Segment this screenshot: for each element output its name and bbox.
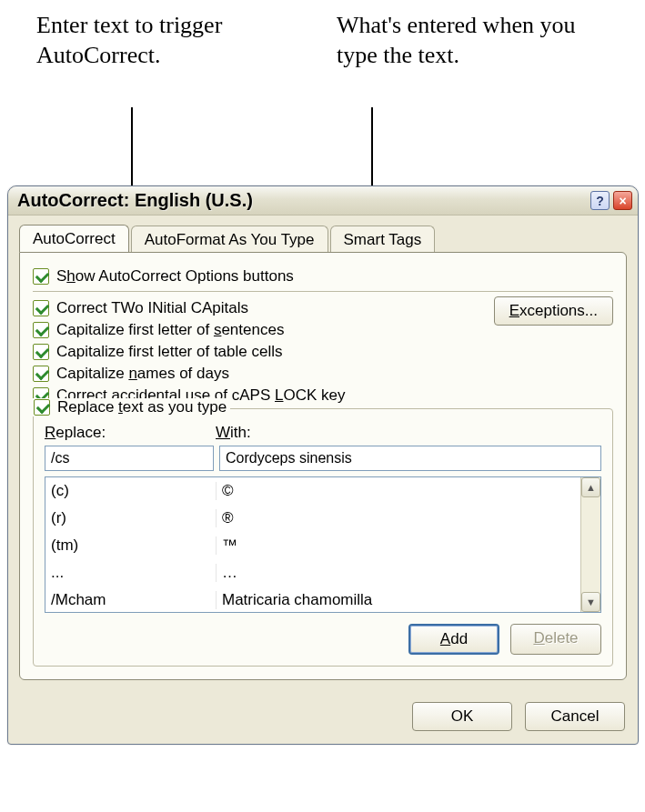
check-label: Correct TWo INitial CApitals [56, 299, 248, 317]
dialog-body: AutoCorrect AutoFormat As You Type Smart… [8, 216, 638, 691]
dialog-title: AutoCorrect: English (U.S.) [17, 190, 587, 211]
check-table-cells[interactable]: Capitalize first letter of table cells [33, 343, 613, 361]
with-label: With: [216, 424, 601, 442]
list-item[interactable]: ...… [45, 559, 580, 586]
check-label: Show AutoCorrect Options buttons [56, 267, 294, 286]
list-item-with: … [217, 564, 580, 582]
list-item[interactable]: (tm)™ [45, 532, 580, 559]
list-item-replace: ... [45, 564, 217, 582]
list-item-replace: (tm) [45, 536, 217, 555]
check-label: Capitalize first letter of sentences [56, 321, 284, 339]
list-item-replace: (r) [45, 509, 217, 527]
with-input[interactable] [219, 446, 601, 471]
list-item[interactable]: /MchamMatricaria chamomilla [45, 586, 580, 612]
tab-row: AutoCorrect AutoFormat As You Type Smart… [19, 223, 627, 252]
replace-input[interactable] [45, 446, 214, 471]
checkbox-icon[interactable] [33, 344, 49, 360]
list-scrollbar[interactable]: ▲ ▼ [580, 477, 600, 612]
check-days[interactable]: Capitalize names of days [33, 365, 613, 383]
scroll-down-icon[interactable]: ▼ [581, 592, 600, 612]
delete-button: Delete [510, 624, 601, 655]
list-item[interactable]: (r)® [45, 505, 580, 532]
divider [33, 291, 613, 292]
callout-trigger-text: Enter text to trigger AutoCorrect. [36, 11, 264, 70]
checkbox-icon[interactable] [33, 366, 49, 382]
list-item-with: © [217, 482, 580, 500]
tab-smarttags[interactable]: Smart Tags [330, 226, 436, 253]
titlebar: AutoCorrect: English (U.S.) ? × [8, 186, 638, 216]
replace-list[interactable]: (c)©(r)®(tm)™...…/MchamMatricaria chamom… [45, 476, 601, 613]
check-label: Capitalize first letter of table cells [56, 343, 283, 361]
dialog-footer: OK Cancel [8, 691, 638, 744]
exceptions-button[interactable]: Exceptions... [494, 296, 613, 326]
list-item[interactable]: (c)© [45, 477, 580, 505]
list-item-with: ™ [217, 536, 580, 555]
checkbox-icon[interactable] [33, 268, 49, 285]
callout-result-text: What's entered when you type the text. [337, 11, 610, 70]
checkbox-icon[interactable] [34, 399, 50, 416]
list-item-with: Matricaria chamomilla [217, 591, 580, 609]
tab-panel-autocorrect: Show AutoCorrect Options buttons Excepti… [19, 252, 627, 680]
tab-autoformat[interactable]: AutoFormat As You Type [131, 226, 328, 253]
list-item-with: ® [217, 509, 580, 527]
list-item-replace: /Mcham [45, 591, 217, 609]
list-item-replace: (c) [45, 482, 217, 500]
checkbox-icon[interactable] [33, 300, 49, 316]
tab-autocorrect[interactable]: AutoCorrect [19, 225, 129, 252]
cancel-button[interactable]: Cancel [525, 702, 625, 731]
checkbox-icon[interactable] [33, 322, 49, 338]
ok-button[interactable]: OK [412, 702, 512, 731]
replace-label: Replace: [45, 424, 216, 442]
help-icon[interactable]: ? [590, 191, 610, 210]
scroll-up-icon[interactable]: ▲ [581, 477, 600, 497]
check-label: Capitalize names of days [56, 365, 229, 383]
autocorrect-dialog: AutoCorrect: English (U.S.) ? × AutoCorr… [7, 185, 639, 745]
check-show-options[interactable]: Show AutoCorrect Options buttons [33, 267, 613, 286]
check-replace-as-type[interactable]: Replace text as you type [30, 398, 230, 416]
replace-fieldset: Replace text as you type Replace: With: … [33, 408, 613, 667]
add-button[interactable]: Add [408, 624, 499, 655]
check-label: Replace text as you type [57, 398, 227, 416]
close-icon[interactable]: × [613, 191, 632, 210]
